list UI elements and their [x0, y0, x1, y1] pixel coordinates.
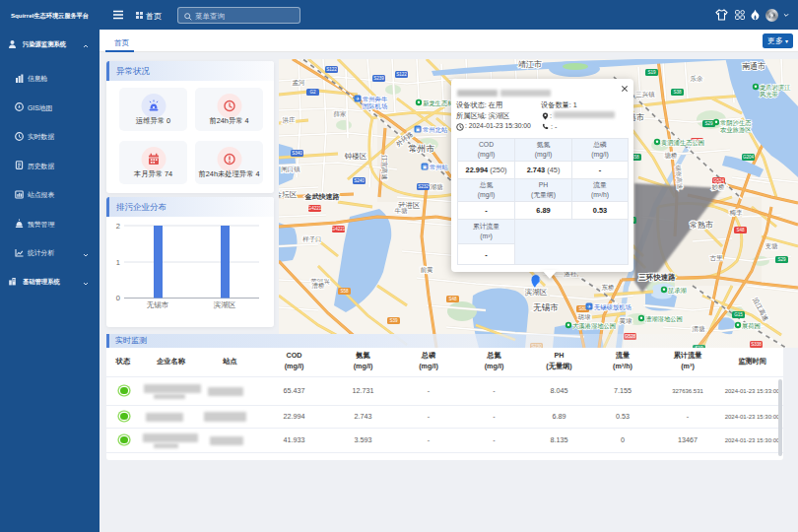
svg-text:S240: S240: [354, 178, 365, 183]
svg-text:S58: S58: [340, 289, 349, 294]
svg-text:0: 0: [116, 294, 120, 302]
svg-text:S232: S232: [418, 184, 429, 189]
svg-text:三兴镇: 三兴镇: [635, 91, 655, 99]
svg-text:滨湖区: 滨湖区: [525, 288, 548, 297]
svg-text:S122: S122: [326, 67, 337, 72]
svg-text:靖江市: 靖江市: [518, 60, 542, 69]
svg-text:S122: S122: [396, 72, 407, 77]
svg-text:S29: S29: [704, 121, 713, 126]
svg-text:样子口: 样子口: [302, 235, 322, 243]
svg-text:风光带: 风光带: [760, 91, 778, 99]
svg-text:S29: S29: [777, 257, 786, 262]
svg-text:钟楼区: 钟楼区: [344, 152, 367, 161]
svg-text:闸口镇: 闸口镇: [281, 166, 300, 173]
svg-text:乐余: 乐余: [691, 75, 704, 83]
svg-text:国际机场: 国际机场: [363, 102, 387, 110]
svg-text:✈: ✈: [587, 303, 591, 309]
svg-text:东桥: 东桥: [602, 284, 616, 291]
svg-text:大溪港湿地公园: 大溪港湿地公园: [572, 322, 616, 330]
svg-text:新龙生态林: 新龙生态林: [423, 100, 454, 106]
svg-text:常州北站: 常州北站: [423, 126, 448, 134]
svg-text:▣: ▣: [423, 164, 428, 169]
svg-text:薛家: 薛家: [334, 110, 348, 117]
svg-text:▣: ▣: [416, 126, 421, 132]
svg-text:G204: G204: [743, 155, 755, 160]
svg-text:G15: G15: [734, 312, 743, 317]
svg-text:金坛区: 金坛区: [279, 190, 298, 199]
svg-text:S340: S340: [292, 151, 302, 156]
svg-text:昆承湖: 昆承湖: [668, 287, 687, 295]
svg-text:牛塘: 牛塘: [395, 207, 409, 215]
svg-text:漕桥: 漕桥: [312, 282, 326, 290]
svg-text:漕湖湿地公园: 漕湖湿地公园: [645, 315, 683, 323]
svg-text:南通市: 南通市: [742, 61, 765, 71]
svg-text:胡埭: 胡埭: [577, 313, 592, 321]
svg-text:S239: S239: [373, 76, 384, 81]
svg-text:G4221: G4221: [308, 206, 322, 211]
svg-text:✈: ✈: [356, 96, 360, 101]
svg-text:孟河: 孟河: [293, 79, 306, 87]
svg-text:2: 2: [116, 222, 120, 231]
svg-text:无锡硕放机场: 无锡硕放机场: [594, 303, 632, 311]
svg-text:1: 1: [116, 258, 120, 267]
svg-text:无锡市: 无锡市: [533, 302, 559, 312]
svg-text:S38: S38: [673, 90, 682, 95]
svg-text:农业旅游区: 农业旅游区: [720, 126, 752, 134]
svg-text:G2: G2: [309, 90, 316, 95]
svg-text:S48: S48: [736, 228, 745, 233]
svg-text:常熟市: 常熟市: [690, 221, 713, 230]
svg-text:前黄: 前黄: [421, 266, 434, 274]
svg-text:塘桥: 塘桥: [665, 152, 679, 160]
svg-text:无锡市: 无锡市: [147, 300, 169, 309]
svg-text:妙桥: 妙桥: [712, 183, 726, 191]
svg-text:展荷园: 展荷园: [742, 322, 761, 330]
svg-text:洪庄: 洪庄: [283, 116, 297, 124]
svg-text:常州站: 常州站: [430, 164, 449, 170]
svg-text:黄泗浦生态公园: 黄泗浦生态公园: [661, 139, 704, 147]
svg-text:S19: S19: [647, 70, 656, 75]
svg-text:S39: S39: [389, 318, 398, 323]
svg-text:江宜高速: 江宜高速: [380, 155, 388, 180]
svg-text:滨湖区: 滨湖区: [214, 300, 236, 309]
svg-text:金武快速路: 金武快速路: [304, 193, 341, 201]
svg-text:G4221: G4221: [332, 227, 346, 232]
svg-text:渭塘: 渭塘: [692, 325, 706, 333]
svg-text:三环快速路: 三环快速路: [638, 273, 676, 282]
svg-text:S48: S48: [448, 297, 457, 301]
svg-text:黄埭: 黄埭: [620, 317, 633, 325]
svg-text:古里: 古里: [710, 254, 724, 262]
svg-text:常州奔牛: 常州奔牛: [363, 96, 388, 102]
svg-text:常州市: 常州市: [409, 144, 435, 154]
svg-text:支塘: 支塘: [765, 242, 779, 250]
svg-text:湖塘: 湖塘: [431, 183, 444, 191]
svg-text:梅李: 梅李: [729, 209, 744, 217]
